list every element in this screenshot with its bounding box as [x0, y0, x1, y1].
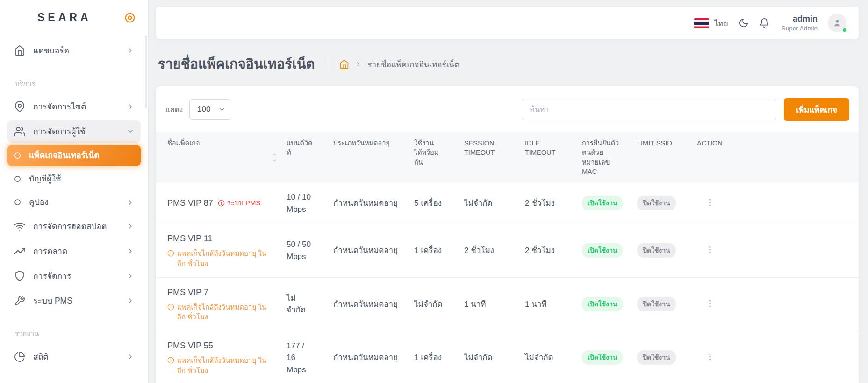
cell-action: [691, 183, 859, 224]
row-actions-button[interactable]: [703, 243, 717, 256]
page-size-group: แสดง 100: [165, 99, 231, 120]
language-selector[interactable]: ไทย: [694, 17, 728, 29]
sidebar-item-statistics[interactable]: สถิติ: [7, 346, 141, 368]
cell-concurrent: 1 เครื่อง: [409, 331, 459, 383]
cell-session: 2 ชั่วโมง: [459, 224, 519, 278]
row-actions-button[interactable]: [703, 297, 717, 310]
breadcrumb-current: รายชื่อแพ็คเกจอินเทอร์เน็ต: [367, 58, 459, 71]
add-package-button[interactable]: เพิ่มแพ็คเกจ: [784, 98, 849, 121]
cell-concurrent: ไม่จำกัด: [409, 277, 459, 331]
sidebar-section-services-section: บริการ: [7, 64, 142, 93]
sidebar-item-coupons[interactable]: คูปอง: [7, 192, 141, 213]
sidebar-item-site-management[interactable]: การจัดการไซต์: [7, 95, 141, 118]
user-role: Super Admin: [782, 25, 818, 32]
table-body: PMS VIP 87ระบบ PMS10 / 10 Mbpsกำหนดวันหม…: [156, 183, 859, 383]
shield-icon: [14, 270, 25, 282]
sidebar-scrollbar-thumb[interactable]: [145, 36, 147, 108]
sidebar-item-hotspot-management[interactable]: การจัดการฮอตสปอต: [7, 215, 141, 238]
col-header-label: ACTION: [697, 139, 723, 147]
status-badge-ssid: ปิดใช้งาน: [637, 297, 676, 311]
table-row: PMS VIP 7แพคเก็จไกล้ถึงวันหมดอายุ ในอีก …: [156, 277, 859, 331]
package-name: PMS VIP 11: [167, 232, 212, 245]
sidebar-item-internet-packages[interactable]: แพ็คเกจอินเทอร์เน็ต: [7, 145, 141, 166]
cell-value: 1 เครื่อง: [414, 245, 442, 257]
cell-value: 1 นาที: [525, 300, 547, 309]
sidebar-item-marketing[interactable]: การตลาด: [7, 240, 141, 262]
sidebar-item-label: การจัดการผู้ใช้: [33, 127, 86, 137]
language-label: ไทย: [714, 17, 728, 29]
sort-toggle[interactable]: [272, 152, 277, 163]
cell-expiry: กำหนดวันหมดอายุ: [328, 331, 409, 383]
sidebar-item-dashboard[interactable]: แดชบอร์ด: [7, 39, 141, 62]
col-header-label: ชื่อแพ็คเกจ: [167, 139, 200, 147]
row-actions-button[interactable]: [703, 350, 717, 363]
cell-value: ไม่จำกัด: [525, 353, 553, 362]
status-badge-mac: เปิดใช้งาน: [582, 196, 623, 210]
sidebar: SEARA แดชบอร์ดบริการการจัดการไซต์การจัดก…: [0, 0, 149, 383]
sidebar-toggle-icon[interactable]: [124, 12, 136, 24]
circle-icon: [14, 175, 21, 182]
cell-value: กำหนดวันหมดอายุ: [333, 246, 398, 255]
page-title: รายชื่อแพ็คเกจอินเทอร์เน็ต: [158, 53, 315, 75]
tool-icon: [14, 295, 25, 306]
cell-action: [691, 277, 859, 331]
sidebar-item-user-management[interactable]: การจัดการผู้ใช้: [7, 120, 141, 143]
cell-value: ไม่จำกัด: [464, 353, 493, 362]
expiry-warning: แพคเก็จไกล้ถึงวันหมดอายุ ในอีก ชั่วโมง: [167, 355, 269, 376]
table-head: ชื่อแพ็คเกจแบนด์วิดท์ประเภทวันหมดอายุใช้…: [156, 132, 859, 183]
breadcrumb-home-icon[interactable]: [339, 59, 349, 69]
sidebar-section-reports-section: รายงาน: [7, 314, 142, 343]
col-header-mac: การยืนยันตัวตนด้วยหมายเลข MAC: [576, 132, 631, 183]
status-badge-ssid: ปิดใช้งาน: [637, 196, 676, 210]
sidebar-item-label: การตลาด: [33, 246, 67, 256]
status-badge-ssid: ปิดใช้งาน: [637, 243, 676, 258]
cell-action: [691, 224, 859, 278]
user-name: admin: [782, 14, 818, 24]
page-size-select[interactable]: 100: [189, 99, 231, 120]
sidebar-item-label: แดชบอร์ด: [33, 46, 69, 56]
col-header-expiry: ประเภทวันหมดอายุ: [328, 132, 409, 183]
col-header-action: ACTION: [691, 132, 859, 183]
sidebar-item-management[interactable]: การจัดการ: [7, 265, 141, 287]
packages-table: ชื่อแพ็คเกจแบนด์วิดท์ประเภทวันหมดอายุใช้…: [156, 132, 859, 383]
cell-expiry: กำหนดวันหมดอายุ: [328, 183, 409, 224]
status-badge-mac: เปิดใช้งาน: [582, 350, 623, 365]
cell-value: กำหนดวันหมดอายุ: [333, 353, 398, 362]
package-name: PMS VIP 87: [167, 197, 213, 210]
col-header-name: ชื่อแพ็คเกจ: [156, 132, 281, 183]
sidebar-item-user-accounts[interactable]: บัญชีผู้ใช้: [7, 168, 141, 189]
cell-ssid: ปิดใช้งาน: [631, 331, 691, 383]
sidebar-item-pms-system[interactable]: ระบบ PMS: [7, 289, 141, 312]
row-actions-button[interactable]: [703, 196, 717, 209]
col-header-ssid: LIMIT SSID: [631, 132, 691, 183]
cell-value: กำหนดวันหมดอายุ: [333, 199, 398, 208]
cell-ssid: ปิดใช้งาน: [631, 183, 691, 224]
sidebar-item-label: การจัดการฮอตสปอต: [33, 222, 107, 231]
chevron-right-icon: [355, 61, 362, 68]
cell-session: ไม่จำกัด: [459, 331, 519, 383]
search-input[interactable]: [522, 99, 776, 120]
pms-system-tag: ระบบ PMS: [218, 198, 261, 209]
main-area: ไทย admin Super Admin รายชื่อแพ็คเกจอินเ…: [149, 0, 868, 383]
sidebar-item-label: แพ็คเกจอินเทอร์เน็ต: [29, 151, 100, 160]
sidebar-item-label: การจัดการไซต์: [33, 102, 86, 112]
expiry-warning-label: แพคเก็จไกล้ถึงวันหมดอายุ ในอีก ชั่วโมง: [177, 248, 269, 269]
wifi-icon: [14, 221, 25, 232]
expiry-warning: แพคเก็จไกล้ถึงวันหมดอายุ ในอีก ชั่วโมง: [167, 248, 269, 269]
cell-mac: เปิดใช้งาน: [576, 224, 631, 278]
dark-mode-toggle[interactable]: [739, 18, 749, 28]
avatar[interactable]: [828, 14, 846, 32]
expiry-warning-label: แพคเก็จไกล้ถึงวันหมดอายุ ในอีก ชั่วโมง: [177, 355, 269, 376]
user-info: admin Super Admin: [782, 14, 818, 32]
notifications-button[interactable]: [759, 18, 769, 28]
cell-ssid: ปิดใช้งาน: [631, 224, 691, 278]
col-header-idle: IDLE TIMEOUT: [519, 132, 576, 183]
package-name: PMS VIP 55: [167, 340, 213, 352]
chevron-right-icon: [127, 353, 134, 361]
user-icon: [832, 18, 842, 28]
circle-icon: [14, 152, 21, 159]
sidebar-item-label: บัญชีผู้ใช้: [29, 174, 61, 184]
table-row: PMS VIP 11แพคเก็จไกล้ถึงวันหมดอายุ ในอีก…: [156, 224, 859, 278]
cell-bandwidth: 177 / 16 Mbps: [281, 331, 328, 383]
cell-mac: เปิดใช้งาน: [576, 277, 631, 331]
